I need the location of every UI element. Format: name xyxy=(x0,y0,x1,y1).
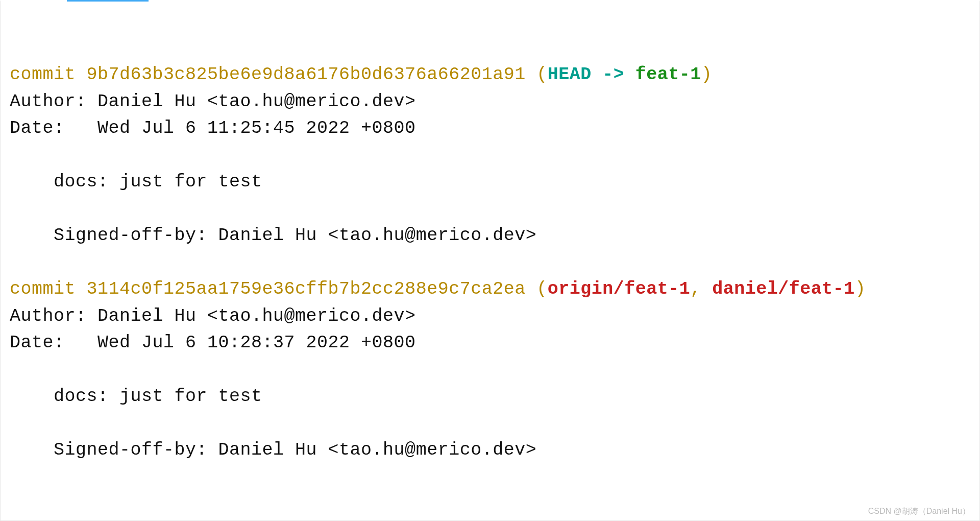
top-accent-bar xyxy=(67,0,149,2)
ref-close-paren: ) xyxy=(701,64,713,85)
ref-close-paren: ) xyxy=(855,279,866,299)
ref-remote: origin/feat-1 xyxy=(548,279,691,299)
signed-off-line: Signed-off-by: Daniel Hu <tao.hu@merico.… xyxy=(10,440,536,460)
commit-keyword: commit xyxy=(10,279,87,299)
author-line: Author: Daniel Hu <tao.hu@merico.dev> xyxy=(10,91,416,112)
ref-branch: feat-1 xyxy=(635,64,701,85)
author-line: Author: Daniel Hu <tao.hu@merico.dev> xyxy=(10,306,416,326)
ref-open-paren: ( xyxy=(526,64,548,85)
ref-open-paren: ( xyxy=(526,279,548,299)
watermark-text: CSDN @胡涛（Daniel Hu） xyxy=(868,505,970,517)
ref-separator: , xyxy=(690,279,712,299)
signed-off-line: Signed-off-by: Daniel Hu <tao.hu@merico.… xyxy=(10,225,536,246)
ref-head: HEAD -> xyxy=(548,64,635,85)
commit-message: docs: just for test xyxy=(10,172,262,192)
commit-message: docs: just for test xyxy=(10,386,262,407)
commit-hash: 3114c0f125aa1759e36cffb7b2cc288e9c7ca2ea xyxy=(87,279,526,299)
commit-hash: 9b7d63b3c825be6e9d8a6176b0d6376a66201a91 xyxy=(87,64,526,85)
date-line: Date: Wed Jul 6 11:25:45 2022 +0800 xyxy=(10,118,416,138)
ref-remote: daniel/feat-1 xyxy=(712,279,855,299)
date-line: Date: Wed Jul 6 10:28:37 2022 +0800 xyxy=(10,333,416,353)
commit-keyword: commit xyxy=(10,64,87,85)
git-log-terminal: commit 9b7d63b3c825be6e9d8a6176b0d6376a6… xyxy=(0,0,980,521)
